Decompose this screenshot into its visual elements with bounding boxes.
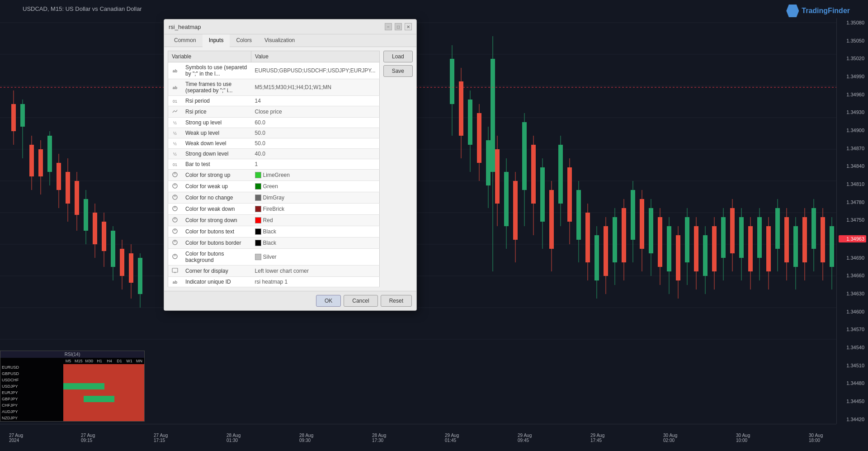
value-cell[interactable]: Green [251, 181, 380, 192]
dialog-title: rsi_heatmap [169, 24, 201, 30]
svg-rect-50 [486, 140, 491, 185]
value-cell[interactable]: Silver [251, 249, 380, 266]
value-cell: 14 [251, 96, 380, 106]
svg-rect-56 [513, 181, 518, 240]
tf-w1: W1 [124, 358, 134, 364]
price-18: 1.34540 [839, 345, 866, 350]
svg-rect-72 [585, 213, 590, 262]
tab-colors[interactable]: Colors [230, 34, 258, 47]
table-row: Color for strong downRed [168, 215, 380, 226]
svg-rect-110 [757, 217, 762, 258]
tab-inputs[interactable]: Inputs [203, 34, 230, 47]
variable-label: Rsi period [182, 96, 251, 106]
svg-rect-114 [775, 208, 780, 249]
value-cell: 40.0 [251, 149, 380, 159]
tab-common[interactable]: Common [168, 34, 203, 47]
svg-rect-48 [477, 113, 481, 163]
value-cell[interactable]: LimeGreen [251, 170, 380, 181]
svg-rect-88 [658, 217, 662, 267]
maximize-button[interactable]: □ [395, 23, 402, 30]
time-11: 30 Aug 10:00 [736, 433, 755, 443]
list-item: USDJPY [0, 383, 144, 389]
svg-rect-108 [748, 226, 753, 271]
col-value: Value [251, 51, 380, 62]
time-7: 29 Aug 01:45 [445, 433, 463, 443]
value-cell: EURUSD;GBPUSD;USDCHF;USDJPY;EURJPY... [251, 62, 380, 79]
svg-rect-62 [540, 167, 545, 222]
color-swatch [255, 206, 261, 212]
list-item: NZDJPY [0, 415, 144, 421]
color-swatch [255, 217, 261, 223]
table-row: abSymbols to use (separetd by ";" in the… [168, 62, 380, 79]
table-row: ½Weak up level50.0 [168, 128, 380, 138]
rsi-heatmap-widget: RSI(14) M5 M15 M30 H1 H4 D1 W1 MN EURUSD [0, 351, 145, 422]
svg-rect-112 [766, 226, 771, 271]
reset-button[interactable]: Reset [381, 295, 412, 307]
tf-h1: H1 [94, 358, 104, 364]
svg-rect-80 [622, 208, 626, 262]
svg-rect-94 [685, 217, 689, 262]
value-cell[interactable]: Red [251, 215, 380, 226]
variable-label: Bar to test [182, 159, 251, 170]
cancel-button[interactable]: Cancel [344, 295, 377, 307]
footer-buttons: OK Cancel Reset [316, 295, 412, 307]
tab-visualization[interactable]: Visualization [258, 34, 301, 47]
value-cell[interactable]: FireBrick [251, 204, 380, 215]
save-button[interactable]: Save [383, 65, 413, 77]
price-13: 1.34690 [839, 255, 866, 261]
price-10: 1.34810 [839, 181, 866, 187]
variable-label: Rsi price [182, 106, 251, 118]
variable-label: Weak down level [182, 138, 251, 149]
minimize-button[interactable]: − [385, 23, 392, 30]
svg-rect-34 [111, 231, 115, 267]
price-16: 1.34600 [839, 309, 866, 314]
svg-rect-18 [38, 149, 43, 176]
price-axis: 1.35080 1.35050 1.35020 1.34990 1.34960 … [836, 18, 868, 424]
svg-rect-124 [821, 217, 825, 262]
variable-label: Strong up level [182, 118, 251, 128]
svg-rect-32 [102, 222, 106, 251]
svg-rect-44 [459, 81, 463, 136]
price-21: 1.34450 [839, 399, 866, 404]
heatmap-title: RSI(14) [0, 351, 144, 358]
svg-rect-30 [93, 213, 97, 244]
side-buttons: Load Save [383, 51, 413, 287]
color-swatch [255, 228, 261, 235]
table-row: Corner for displayLeft lower chart corne… [168, 266, 380, 277]
table-row: abIndicator unique IDrsi heatmap 1 [168, 277, 380, 287]
table-row: 01Bar to test1 [168, 159, 380, 170]
svg-rect-82 [631, 190, 635, 240]
list-item: USDCHF [0, 377, 144, 383]
list-item: EURUSD [0, 364, 144, 370]
value-cell[interactable]: DimGray [251, 192, 380, 204]
table-row: Rsi priceClose price [168, 106, 380, 118]
variable-label: Color for butons border [182, 237, 251, 249]
price-17: 1.34570 [839, 327, 866, 332]
table-row: abTime frames to use (separated by ";" i… [168, 79, 380, 96]
value-cell: 50.0 [251, 138, 380, 149]
candlestick-chart [0, 0, 836, 407]
variable-label: Color for strong up [182, 170, 251, 181]
price-11: 1.34780 [839, 199, 866, 205]
value-cell: 60.0 [251, 118, 380, 128]
price-2: 1.35050 [839, 38, 866, 43]
svg-rect-126 [830, 226, 834, 267]
dialog-controls: − □ ✕ [385, 23, 412, 30]
value-cell[interactable]: Black [251, 226, 380, 237]
table-row: Color for strong upLimeGreen [168, 170, 380, 181]
close-button[interactable]: ✕ [405, 23, 412, 30]
svg-rect-100 [712, 226, 717, 271]
svg-rect-36 [120, 249, 124, 276]
table-row: ½Weak down level50.0 [168, 138, 380, 149]
ok-button[interactable]: OK [316, 295, 341, 307]
value-cell: 1 [251, 159, 380, 170]
svg-rect-78 [613, 217, 617, 262]
color-swatch [255, 195, 261, 201]
svg-rect-28 [84, 199, 88, 231]
value-cell[interactable]: Black [251, 237, 380, 249]
load-button[interactable]: Load [383, 51, 413, 62]
svg-rect-98 [703, 235, 708, 276]
tf-m30: M30 [84, 358, 94, 364]
value-cell: rsi heatmap 1 [251, 277, 380, 287]
price-6: 1.34930 [839, 109, 866, 115]
